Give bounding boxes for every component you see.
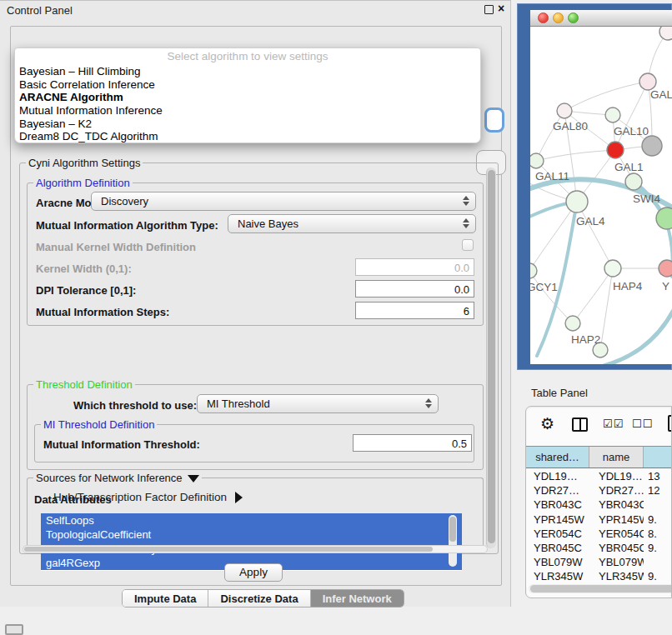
mi-threshold-group: MI Threshold Definition Mutual Informati… bbox=[34, 424, 474, 462]
settings-group-title: Cyni Algorithm Settings bbox=[26, 157, 143, 169]
manual-kernel-width-label: Manual Kernel Width Definition bbox=[36, 241, 196, 253]
scrollbar-thumb[interactable] bbox=[488, 170, 495, 543]
network-edges-teal bbox=[530, 179, 672, 364]
node-label-gal80: GAL80 bbox=[553, 120, 588, 132]
attributes-vertical-scrollbar[interactable] bbox=[449, 515, 457, 567]
table-horizontal-scrollbar[interactable] bbox=[529, 584, 672, 593]
dropdown-item-mutual-information[interactable]: Mutual Information Inference bbox=[15, 104, 480, 118]
node-gcy1[interactable] bbox=[530, 263, 537, 278]
node-gal10[interactable] bbox=[605, 108, 620, 122]
bottom-tab-bar: Impute Data Discretize Data Infer Networ… bbox=[122, 589, 404, 608]
table-row[interactable]: YDR27… YDR27… 12 bbox=[526, 483, 672, 498]
expander-arrow-down-icon bbox=[188, 475, 199, 482]
mi-algorithm-type-combobox[interactable]: Naive Bayes bbox=[228, 214, 476, 233]
mi-steps-field[interactable] bbox=[355, 302, 474, 319]
network-canvas[interactable]: GAL GAL80 GAL10 GAL1 GAL11 SWI4 GAL4 GCY… bbox=[530, 27, 672, 364]
scrollbar-thumb[interactable] bbox=[24, 547, 433, 552]
table-row[interactable]: YBR043C YBR043C bbox=[526, 498, 672, 512]
control-panel-title: Control Panel bbox=[7, 4, 73, 17]
which-threshold-combobox[interactable]: MI Threshold bbox=[197, 394, 439, 413]
node-top-partial[interactable] bbox=[659, 27, 672, 40]
scrollbar-thumb[interactable] bbox=[530, 585, 672, 592]
deselect-all-icon[interactable]: ☐☐ bbox=[632, 418, 653, 430]
node-swi4[interactable] bbox=[625, 173, 642, 190]
tab-infer-network[interactable]: Infer Network bbox=[311, 590, 404, 607]
node-hap4[interactable] bbox=[604, 260, 621, 277]
algorithm-dropdown-popup: Select algorithm to view settings Bayesi… bbox=[14, 48, 481, 143]
cyni-algorithm-settings-group: Cyni Algorithm Settings Algorithm Defini… bbox=[19, 162, 499, 554]
node-gal80[interactable] bbox=[557, 103, 572, 118]
sources-group-title: Sources for Network Inference bbox=[33, 472, 202, 484]
mi-threshold-group-title: MI Threshold Definition bbox=[41, 418, 157, 431]
close-window-button[interactable] bbox=[538, 12, 549, 23]
algorithm-definition-title: Algorithm Definition bbox=[33, 177, 133, 189]
node-gal4[interactable] bbox=[566, 191, 588, 212]
node-gray[interactable] bbox=[642, 136, 662, 156]
minimized-panel-icon[interactable] bbox=[5, 624, 23, 635]
list-item-selected[interactable]: SelfLoops bbox=[41, 513, 462, 528]
select-all-icon[interactable]: ☑☑ bbox=[603, 418, 624, 430]
table-row[interactable]: YLR345W YLR345W 9. bbox=[526, 569, 672, 583]
apply-button[interactable]: Apply bbox=[224, 563, 283, 582]
application-root: Control Panel × Network Style Select bbox=[0, 0, 672, 635]
settings-horizontal-scrollbar[interactable] bbox=[23, 545, 488, 553]
table-row[interactable]: YDL19… YDL19… 13 bbox=[526, 469, 672, 483]
node-label-gal11: GAL11 bbox=[535, 170, 569, 182]
page-icon[interactable] bbox=[668, 415, 672, 432]
settings-vertical-scrollbar[interactable] bbox=[486, 168, 496, 548]
sources-group: Sources for Network Inference Data Attri… bbox=[27, 478, 484, 548]
tab-impute-data[interactable]: Impute Data bbox=[123, 590, 208, 607]
mi-algorithm-type-label: Mutual Information Algorithm Type: bbox=[36, 219, 218, 232]
node-gal-pink[interactable] bbox=[639, 73, 656, 90]
table-body: YDL19… YDL19… 13 YDR27… YDR27… 12 YBR043… bbox=[526, 469, 672, 587]
dpi-tolerance-field[interactable] bbox=[355, 280, 474, 298]
tab-discretize-data[interactable]: Discretize Data bbox=[208, 590, 310, 607]
column-header-shared[interactable]: shared… bbox=[526, 447, 589, 468]
network-view-window: GAL GAL80 GAL10 GAL1 GAL11 SWI4 GAL4 GCY… bbox=[517, 3, 672, 370]
node-green-right[interactable] bbox=[656, 208, 672, 229]
list-item-selected[interactable]: TopologicalCoefficient bbox=[41, 528, 462, 542]
data-attributes-list[interactable]: SelfLoops TopologicalCoefficient Between… bbox=[41, 513, 462, 571]
dropdown-item-bayesian-k2[interactable]: Bayesian – K2 bbox=[15, 118, 480, 131]
node-gal11[interactable] bbox=[530, 153, 544, 168]
node-gal1-red[interactable] bbox=[607, 142, 624, 158]
gear-icon[interactable]: ⚙ bbox=[540, 414, 554, 433]
mi-algorithm-type-value: Naive Bayes bbox=[238, 218, 298, 230]
table-toolbar: ⚙ ☑☑ ☐☐ bbox=[526, 407, 671, 443]
aracne-mode-combobox[interactable]: Discovery bbox=[91, 192, 476, 211]
dropdown-item-dream8[interactable]: Dream8 DC_TDC Algorithm bbox=[15, 130, 480, 143]
column-header-name[interactable]: name bbox=[589, 447, 644, 468]
mi-threshold-field[interactable] bbox=[353, 434, 472, 452]
threshold-definition-title: Threshold Definition bbox=[33, 378, 135, 391]
kernel-width-field[interactable] bbox=[355, 258, 474, 276]
minimize-window-button[interactable] bbox=[553, 12, 564, 23]
column-header-partial[interactable] bbox=[644, 447, 672, 468]
node-label-y-partial: Y bbox=[662, 280, 669, 292]
table-row[interactable]: YBR045C YBR045C 9. bbox=[526, 541, 672, 555]
network-window-titlebar bbox=[530, 10, 672, 27]
table-row[interactable]: YBL079W YBL079W bbox=[526, 555, 672, 569]
combo-stepper-icon bbox=[463, 196, 469, 206]
table-header-row: shared… name bbox=[526, 446, 672, 468]
node-label-swi4: SWI4 bbox=[633, 192, 660, 205]
mi-steps-label: Mutual Information Steps: bbox=[36, 306, 169, 318]
dropdown-item-basic-correlation[interactable]: Basic Correlation Inference bbox=[15, 78, 480, 92]
dropdown-item-aracne[interactable]: ARACNE Algorithm bbox=[15, 91, 480, 104]
table-row[interactable]: YER054C YER054C 8. bbox=[526, 527, 672, 541]
close-icon[interactable]: × bbox=[498, 2, 504, 15]
manual-kernel-width-checkbox[interactable] bbox=[462, 239, 474, 251]
node-label-gal1: GAL1 bbox=[614, 161, 644, 173]
dropdown-item-bayesian-hill-climbing[interactable]: Bayesian – Hill Climbing bbox=[15, 65, 480, 78]
control-panel-titlebar: Control Panel × bbox=[0, 1, 510, 21]
zoom-window-button[interactable] bbox=[568, 12, 579, 23]
node-pink-right[interactable] bbox=[659, 260, 672, 277]
table-row[interactable]: YPR145W YPR145W 9. bbox=[526, 512, 672, 527]
float-window-icon[interactable] bbox=[484, 5, 494, 14]
scrollbar-thumb[interactable] bbox=[449, 517, 456, 542]
node-hap2[interactable] bbox=[565, 316, 580, 331]
combo-stepper-icon bbox=[463, 218, 469, 228]
algorithm-combobox-focus-ring[interactable] bbox=[484, 108, 504, 132]
data-attributes-label: Data Attributes bbox=[34, 493, 112, 506]
table-panel: ⚙ ☑☑ ☐☐ shared… name YDL19… YDL19… 13 bbox=[525, 406, 672, 598]
split-pane-icon[interactable] bbox=[572, 418, 588, 432]
